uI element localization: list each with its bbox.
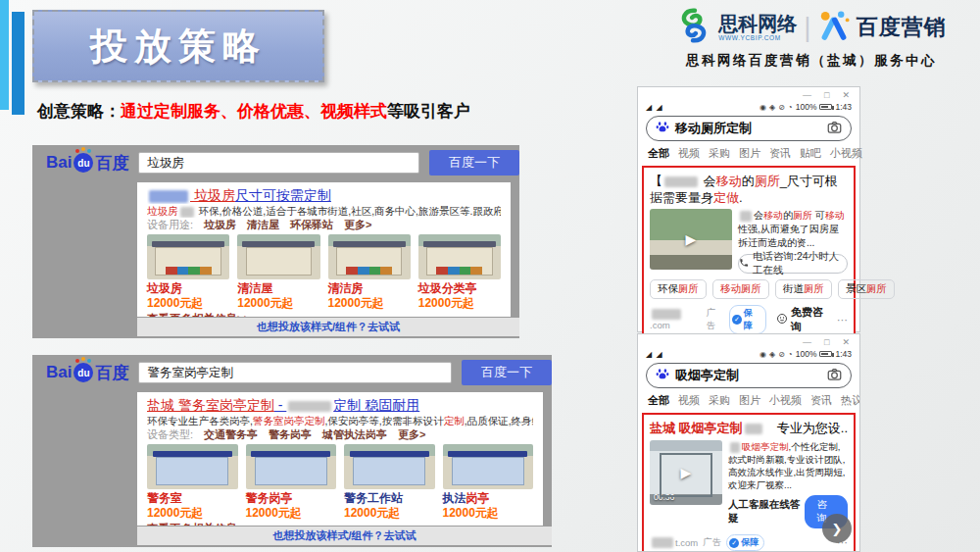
baidu-paw-icon xyxy=(656,120,669,137)
tab-all[interactable]: 全部 xyxy=(648,146,669,161)
see-more-link[interactable]: 查看更多相关信息>> xyxy=(147,522,533,526)
product-card[interactable]: 清洁房 12000元起 xyxy=(328,234,411,310)
ad-description: 吸烟亭定制,个性化定制,款式时尚新颖,专业设计团队,高效流水线作业,出货周期短,… xyxy=(728,440,848,491)
product-name: 执法岗亭 xyxy=(443,491,534,506)
try-style-footer-link[interactable]: 也想投放该样式/组件？去试试 xyxy=(137,318,519,336)
ad-title-row[interactable]: 盐城 吸烟亭定制 专业为您设.. xyxy=(650,420,848,437)
tab-news[interactable]: 资讯 xyxy=(769,146,791,161)
tag-button[interactable]: 环保厕所 xyxy=(650,279,707,299)
ad-title-link[interactable]: 盐城 警务室岗亭定制 - 定制 稳固耐用 xyxy=(147,396,533,414)
product-card[interactable]: 清洁屋 12000元起 xyxy=(237,234,319,310)
maximize-button[interactable]: □ xyxy=(824,91,829,100)
product-price: 12000元起 xyxy=(147,296,229,310)
baidu-search-button[interactable]: 百度一下 xyxy=(462,360,552,385)
phone-consult-button[interactable]: 电话咨询:24小时人工在线 xyxy=(738,254,848,274)
product-card[interactable]: 垃圾房 12000元起 xyxy=(147,234,229,310)
try-style-footer-link[interactable]: 也想投放该样式/组件？去试试 xyxy=(137,527,552,545)
camera-icon[interactable] xyxy=(827,120,842,138)
free-consult-button[interactable]: 免费咨询 xyxy=(776,305,832,334)
product-card[interactable]: 警务工作站 12000元起 xyxy=(344,444,435,520)
sitelink[interactable]: 环保驿站 xyxy=(290,218,333,231)
video-thumbnail[interactable]: ▶ xyxy=(650,209,732,270)
product-price: 12000元起 xyxy=(147,506,238,520)
product-name: 垃圾分类亭 xyxy=(418,281,501,296)
tag-button[interactable]: 景区厕所 xyxy=(838,279,895,299)
minimize-button[interactable]: — xyxy=(803,338,811,347)
product-card[interactable]: 垃圾分类亭 12000元起 xyxy=(418,234,501,310)
signal-icon: ◢ ◢ xyxy=(646,350,663,359)
tab-minivideo[interactable]: 小视频 xyxy=(830,146,862,161)
product-card[interactable]: 执法岗亭 12000元起 xyxy=(443,444,534,520)
product-price: 12000元起 xyxy=(418,296,501,310)
search-input[interactable]: 垃圾房 xyxy=(138,152,419,174)
strategy-tail: 等吸引客户 xyxy=(387,102,470,121)
chat-icon xyxy=(776,313,788,326)
product-image xyxy=(344,444,435,489)
sitelink[interactable]: 城管执法岗亭 xyxy=(322,427,387,441)
ad-title-link[interactable]: 垃圾房尺寸可按需定制 xyxy=(147,186,501,204)
highlighted-ad-box: 【 会移动的厕所_尺寸可根据需要量身定做. ▶ 会移动的厕所 可移动性强,从而避… xyxy=(642,166,856,341)
alarm-icon: ◔ xyxy=(788,103,793,112)
tab-purchase[interactable]: 采购 xyxy=(709,393,730,408)
close-button[interactable]: ✕ xyxy=(842,91,850,100)
camera-icon[interactable] xyxy=(827,367,842,385)
battery-percent: 100% xyxy=(796,102,817,112)
tag-button[interactable]: 街道厕所 xyxy=(775,279,832,299)
sitelink[interactable]: 更多> xyxy=(398,427,425,441)
ad-description: 会移动的厕所 可移动性强,从而避免了因房屋拆迁而造成的资... xyxy=(738,209,848,250)
see-more-link[interactable]: 查看更多相关信息>> xyxy=(147,312,501,317)
product-image xyxy=(328,234,411,279)
product-card[interactable]: 警务岗亭 12000元起 xyxy=(246,444,337,520)
sitelinks-row: 设备类型: 交通警务亭 警务岗亭 城管执法岗亭 更多> xyxy=(147,427,533,441)
close-button[interactable]: ✕ xyxy=(842,338,850,347)
tag-button[interactable]: 移动厕所 xyxy=(712,279,769,299)
search-input[interactable]: 警务室岗亭定制 xyxy=(138,362,452,383)
video-thumbnail[interactable]: ▶ 00:36 xyxy=(650,440,722,505)
ad-url-row: .com 广告 ✓保障 免费咨询 ⋯ xyxy=(650,305,848,334)
tab-video[interactable]: 视频 xyxy=(678,146,700,161)
sike-logo-text: 思科网络 WWW.YCBIP.COM xyxy=(718,14,797,42)
window-controls: — □ ✕ xyxy=(638,334,859,347)
sitelinks-row: 设备用途: 垃圾房 清洁屋 环保驿站 更多> xyxy=(147,218,501,231)
next-arrow-button[interactable]: ❯ xyxy=(822,514,852,543)
ad-label: 广告 xyxy=(707,307,724,332)
baidu-paw-icon: du xyxy=(74,363,93,382)
sitelink[interactable]: 垃圾房 xyxy=(204,218,236,231)
tab-tieba[interactable]: 贴吧 xyxy=(800,146,821,161)
sitelink[interactable]: 清洁屋 xyxy=(247,218,279,231)
tab-images[interactable]: 图片 xyxy=(739,146,760,161)
sitelink[interactable]: 交通警务亭 xyxy=(204,427,258,441)
product-name: 垃圾房 xyxy=(147,281,229,296)
baidu-search-header: Bai du 百度 垃圾房 百度一下 xyxy=(32,145,519,180)
strategy-line: 创意策略：通过定制服务、价格优惠、视频样式等吸引客户 xyxy=(37,100,470,123)
baidu-logo-bai: Bai xyxy=(46,363,72,382)
signal-icon: ◢ ◢ xyxy=(646,103,663,112)
sitelink[interactable]: 更多> xyxy=(344,218,371,231)
ad-url: t.com xyxy=(650,537,698,549)
desktop-screenshot-police-booth: Bai du 百度 警务室岗亭定制 百度一下 盐城 警务室岗亭定制 - 定制 稳… xyxy=(32,355,552,547)
product-card[interactable]: 警务室 12000元起 xyxy=(147,444,238,520)
battery-icon xyxy=(819,104,832,110)
more-options-icon[interactable]: ⋯ xyxy=(837,314,848,326)
baidu-logo-cn: 百度 xyxy=(95,152,128,175)
sitelink[interactable]: 警务岗亭 xyxy=(269,427,312,441)
tab-all[interactable]: 全部 xyxy=(648,393,669,408)
baidu-logo: Bai du 百度 xyxy=(46,152,128,175)
tab-minivideo[interactable]: 小视频 xyxy=(769,393,802,408)
tab-purchase[interactable]: 采购 xyxy=(709,146,730,161)
mobile-search-bar[interactable]: 吸烟亭定制 xyxy=(646,363,852,388)
minimize-button[interactable]: — xyxy=(803,91,811,100)
mobile-search-bar[interactable]: 移动厕所定制 xyxy=(646,116,852,141)
tab-images[interactable]: 图片 xyxy=(739,393,760,408)
product-name: 清洁房 xyxy=(328,281,411,296)
tab-video[interactable]: 视频 xyxy=(678,393,700,408)
tab-news[interactable]: 资讯 xyxy=(810,393,832,408)
maximize-button[interactable]: □ xyxy=(824,338,829,347)
tab-hot[interactable]: 热议 xyxy=(841,393,860,408)
mobile-screenshot-smoking-booth: — □ ✕ ◢ ◢ ◉ ◈ ⊘ ◔ 100% 1:43 xyxy=(637,333,860,552)
ad-title[interactable]: 【 会移动的厕所_尺寸可根据需要量身定做. xyxy=(650,173,848,206)
play-icon: ▶ xyxy=(650,209,732,270)
search-query: 吸烟亭定制 xyxy=(675,367,821,384)
sike-name: 思科网络 xyxy=(718,14,797,33)
baidu-search-button[interactable]: 百度一下 xyxy=(429,150,519,176)
